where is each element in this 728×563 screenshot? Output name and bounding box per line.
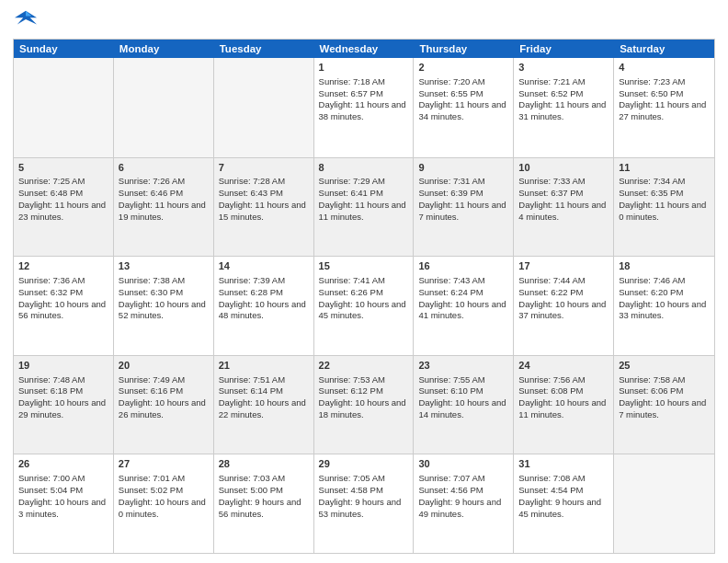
calendar-header: SundayMondayTuesdayWednesdayThursdayFrid… (14, 40, 714, 58)
day-info: Sunset: 6:14 PM (219, 385, 309, 397)
calendar-cell-1-2 (114, 58, 214, 157)
day-number: 11 (619, 161, 710, 175)
day-info: Daylight: 10 hours and 45 minutes. (319, 299, 409, 323)
day-info: Sunrise: 7:49 AM (119, 374, 209, 386)
calendar-row-1: 1Sunrise: 7:18 AMSunset: 6:57 PMDaylight… (14, 58, 714, 157)
day-info: Sunset: 6:30 PM (119, 287, 209, 299)
day-info: Daylight: 11 hours and 31 minutes. (518, 99, 609, 123)
day-number: 21 (219, 359, 309, 373)
day-info: Sunrise: 7:03 AM (219, 473, 309, 485)
calendar-cell-4-4: 22Sunrise: 7:53 AMSunset: 6:12 PMDayligh… (314, 356, 415, 454)
day-info: Daylight: 10 hours and 3 minutes. (18, 497, 108, 521)
day-info: Sunrise: 7:29 AM (319, 176, 409, 188)
day-info: Sunrise: 7:26 AM (119, 176, 209, 188)
day-info: Sunset: 6:48 PM (18, 188, 108, 200)
day-info: Sunset: 6:57 PM (319, 88, 409, 100)
day-number: 17 (518, 259, 609, 273)
weekday-header-thursday: Thursday (414, 40, 514, 58)
day-info: Sunset: 4:54 PM (518, 485, 609, 497)
day-info: Sunset: 6:28 PM (219, 287, 309, 299)
calendar-row-2: 5Sunrise: 7:25 AMSunset: 6:48 PMDaylight… (14, 157, 714, 257)
day-info: Daylight: 10 hours and 52 minutes. (119, 299, 209, 323)
day-info: Sunset: 6:26 PM (319, 287, 409, 299)
day-number: 14 (219, 259, 309, 273)
day-number: 8 (319, 161, 409, 175)
day-info: Daylight: 10 hours and 29 minutes. (18, 397, 108, 421)
day-number: 2 (418, 61, 508, 75)
day-info: Sunset: 6:52 PM (518, 88, 609, 100)
day-number: 23 (418, 359, 508, 373)
day-number: 25 (619, 359, 710, 373)
calendar-cell-3-1: 12Sunrise: 7:36 AMSunset: 6:32 PMDayligh… (14, 257, 114, 355)
calendar: SundayMondayTuesdayWednesdayThursdayFrid… (13, 39, 715, 554)
day-number: 27 (119, 457, 209, 471)
day-info: Daylight: 9 hours and 56 minutes. (219, 497, 309, 521)
day-info: Daylight: 10 hours and 22 minutes. (219, 397, 309, 421)
calendar-cell-3-7: 18Sunrise: 7:46 AMSunset: 6:20 PMDayligh… (614, 257, 714, 355)
calendar-row-4: 19Sunrise: 7:48 AMSunset: 6:18 PMDayligh… (14, 355, 714, 454)
day-number: 31 (518, 457, 609, 471)
day-info: Sunrise: 7:01 AM (119, 473, 209, 485)
day-info: Sunrise: 7:55 AM (418, 374, 508, 386)
day-number: 15 (319, 259, 409, 273)
calendar-cell-2-6: 10Sunrise: 7:33 AMSunset: 6:37 PMDayligh… (514, 158, 614, 257)
calendar-body: 1Sunrise: 7:18 AMSunset: 6:57 PMDaylight… (14, 58, 714, 553)
day-info: Sunset: 6:37 PM (518, 188, 609, 200)
calendar-cell-1-3 (214, 58, 314, 157)
calendar-cell-4-7: 25Sunrise: 7:58 AMSunset: 6:06 PMDayligh… (614, 356, 714, 454)
calendar-cell-2-5: 9Sunrise: 7:31 AMSunset: 6:39 PMDaylight… (414, 158, 514, 257)
calendar-cell-3-2: 13Sunrise: 7:38 AMSunset: 6:30 PMDayligh… (114, 257, 214, 355)
day-info: Daylight: 11 hours and 0 minutes. (619, 200, 710, 224)
day-info: Sunset: 6:43 PM (219, 188, 309, 200)
day-info: Sunset: 5:02 PM (119, 485, 209, 497)
day-info: Daylight: 9 hours and 53 minutes. (319, 497, 409, 521)
day-info: Sunset: 4:56 PM (418, 485, 508, 497)
day-info: Sunrise: 7:18 AM (319, 76, 409, 88)
day-info: Sunset: 6:41 PM (319, 188, 409, 200)
day-info: Daylight: 11 hours and 38 minutes. (319, 99, 409, 123)
day-info: Daylight: 11 hours and 11 minutes. (319, 200, 409, 224)
weekday-header-wednesday: Wednesday (314, 40, 415, 58)
day-info: Sunrise: 7:44 AM (518, 275, 609, 287)
calendar-cell-2-1: 5Sunrise: 7:25 AMSunset: 6:48 PMDaylight… (14, 158, 114, 257)
day-info: Daylight: 9 hours and 49 minutes. (418, 497, 508, 521)
day-info: Sunrise: 7:43 AM (418, 275, 508, 287)
day-info: Sunrise: 7:48 AM (18, 374, 108, 386)
day-info: Daylight: 11 hours and 34 minutes. (418, 99, 508, 123)
day-info: Daylight: 10 hours and 0 minutes. (119, 497, 209, 521)
day-info: Daylight: 11 hours and 4 minutes. (518, 200, 609, 224)
calendar-cell-2-4: 8Sunrise: 7:29 AMSunset: 6:41 PMDaylight… (314, 158, 415, 257)
day-info: Sunrise: 7:56 AM (518, 374, 609, 386)
day-info: Sunrise: 7:28 AM (219, 176, 309, 188)
calendar-cell-3-6: 17Sunrise: 7:44 AMSunset: 6:22 PMDayligh… (514, 257, 614, 355)
day-info: Daylight: 11 hours and 15 minutes. (219, 200, 309, 224)
day-info: Sunrise: 7:25 AM (18, 176, 108, 188)
day-info: Sunrise: 7:46 AM (619, 275, 710, 287)
day-info: Sunset: 6:50 PM (619, 88, 710, 100)
day-number: 26 (18, 457, 108, 471)
calendar-cell-4-1: 19Sunrise: 7:48 AMSunset: 6:18 PMDayligh… (14, 356, 114, 454)
day-number: 29 (319, 457, 409, 471)
day-info: Daylight: 10 hours and 11 minutes. (518, 397, 609, 421)
day-info: Daylight: 9 hours and 45 minutes. (518, 497, 609, 521)
calendar-cell-2-3: 7Sunrise: 7:28 AMSunset: 6:43 PMDaylight… (214, 158, 314, 257)
day-info: Sunrise: 7:39 AM (219, 275, 309, 287)
calendar-cell-4-6: 24Sunrise: 7:56 AMSunset: 6:08 PMDayligh… (514, 356, 614, 454)
weekday-header-friday: Friday (514, 40, 614, 58)
day-info: Sunrise: 7:08 AM (518, 473, 609, 485)
day-info: Sunset: 6:39 PM (418, 188, 508, 200)
day-info: Sunrise: 7:36 AM (18, 275, 108, 287)
weekday-header-saturday: Saturday (614, 40, 714, 58)
day-info: Sunrise: 7:58 AM (619, 374, 710, 386)
day-info: Daylight: 10 hours and 26 minutes. (119, 397, 209, 421)
weekday-header-sunday: Sunday (14, 40, 114, 58)
day-info: Sunrise: 7:34 AM (619, 176, 710, 188)
calendar-cell-5-4: 29Sunrise: 7:05 AMSunset: 4:58 PMDayligh… (314, 454, 415, 553)
calendar-cell-5-6: 31Sunrise: 7:08 AMSunset: 4:54 PMDayligh… (514, 454, 614, 553)
calendar-row-3: 12Sunrise: 7:36 AMSunset: 6:32 PMDayligh… (14, 256, 714, 355)
day-number: 22 (319, 359, 409, 373)
day-info: Sunrise: 7:41 AM (319, 275, 409, 287)
calendar-cell-3-4: 15Sunrise: 7:41 AMSunset: 6:26 PMDayligh… (314, 257, 415, 355)
day-number: 4 (619, 61, 710, 75)
day-number: 13 (119, 259, 209, 273)
